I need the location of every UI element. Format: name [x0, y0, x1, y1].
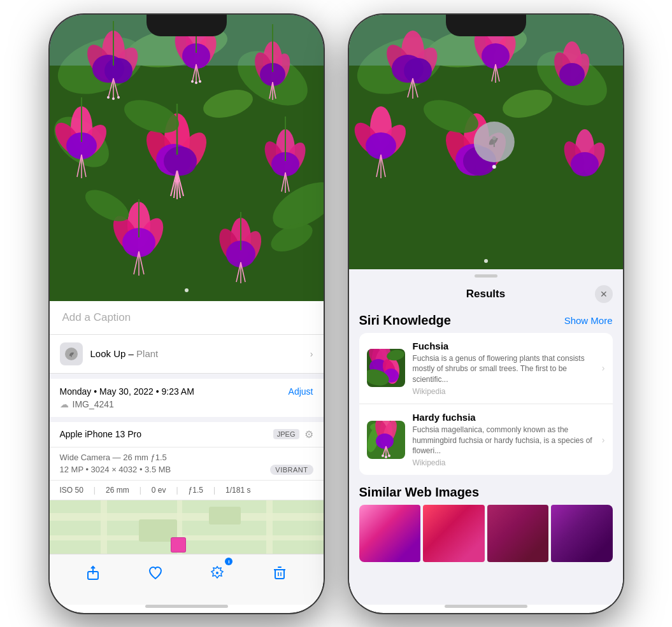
results-title: Results: [377, 288, 595, 300]
look-up-row[interactable]: Look Up – Plant ›: [50, 335, 324, 374]
siri-results-card: Fuchsia Fuchsia is a genus of flowering …: [359, 333, 613, 476]
svg-point-46: [164, 146, 197, 176]
hardy-desc: Fuchsia magellanica, commonly known as t…: [413, 425, 594, 456]
info-icon: [210, 565, 225, 581]
svg-rect-95: [171, 538, 185, 552]
share-button[interactable]: [79, 559, 107, 587]
fuchsia-info: Fuchsia Fuchsia is a genus of flowering …: [413, 341, 594, 396]
look-up-chevron: ›: [310, 349, 313, 359]
fuchsia-name: Fuchsia: [413, 341, 594, 351]
svg-rect-89: [101, 500, 107, 554]
fuchsia-result-item[interactable]: Fuchsia Fuchsia is a genus of flowering …: [359, 333, 613, 404]
hardy-chevron: ›: [602, 435, 605, 445]
heart-icon: [148, 565, 163, 581]
hardy-thumbnail: [367, 421, 405, 459]
right-phone-screen: Results ✕ Siri Knowledge Show More: [349, 15, 623, 613]
svg-point-11: [104, 58, 132, 83]
fuchsia-chevron: ›: [602, 363, 605, 373]
show-more-button[interactable]: Show More: [564, 315, 613, 326]
svg-rect-86: [50, 500, 324, 554]
page-indicator: [185, 288, 189, 292]
visual-search-button[interactable]: [473, 122, 514, 162]
svg-rect-93: [209, 507, 241, 525]
right-home-indicator: [445, 605, 527, 608]
svg-point-146: [492, 136, 496, 140]
home-indicator: [145, 605, 228, 608]
hardy-source: Wikipedia: [413, 458, 594, 467]
camera-spec2: 12 MP • 3024 × 4032 • 3.5 MB: [60, 465, 171, 474]
svg-point-98: [216, 572, 218, 574]
camera-specs-row: 12 MP • 3024 × 4032 • 3.5 MB VIBRANT: [60, 465, 313, 475]
right-photo-area[interactable]: [349, 15, 623, 269]
svg-rect-87: [50, 513, 324, 521]
delete-button[interactable]: [266, 559, 294, 587]
svg-point-127: [559, 63, 585, 86]
camera-spec1: Wide Camera — 26 mm ƒ1.5: [60, 453, 313, 462]
svg-point-169: [388, 454, 390, 457]
hardy-fuchsia-result-item[interactable]: Hardy fuchsia Fuchsia magellanica, commo…: [359, 404, 613, 475]
siri-knowledge-section: Siri Knowledge Show More: [349, 313, 623, 478]
share-icon: [85, 565, 101, 581]
shutter-value: 1/181 s: [225, 486, 250, 495]
svg-rect-99: [275, 570, 284, 579]
photo-area[interactable]: [50, 15, 324, 301]
bottom-toolbar: i: [50, 554, 324, 605]
device-row: Apple iPhone 13 Pro JPEG ⚙: [50, 422, 324, 447]
map-preview[interactable]: [50, 500, 324, 554]
siri-knowledge-title: Siri Knowledge: [359, 313, 451, 328]
similar-image-4[interactable]: [551, 505, 613, 562]
vibrant-badge: VIBRANT: [270, 465, 313, 475]
cloud-icon: ☁: [60, 399, 69, 409]
adjust-button[interactable]: Adjust: [289, 386, 313, 397]
svg-point-113: [404, 58, 432, 83]
svg-point-143: [571, 152, 599, 176]
aperture-value: ƒ1.5: [189, 486, 203, 495]
meta-date: Monday • May 30, 2022 • 9:23 AM: [60, 386, 194, 397]
camera-specs: Wide Camera — 26 mm ƒ1.5 12 MP • 3024 × …: [50, 447, 324, 481]
caption-placeholder[interactable]: Add a Caption: [62, 311, 131, 323]
meta-date-row: Monday • May 30, 2022 • 9:23 AM Adjust: [60, 386, 313, 397]
meta-section: Monday • May 30, 2022 • 9:23 AM Adjust ☁…: [50, 379, 324, 417]
info-badge-label: i: [228, 559, 229, 565]
similar-image-2[interactable]: [423, 505, 485, 562]
results-panel: Results ✕ Siri Knowledge Show More: [349, 269, 623, 605]
info-panel: Add a Caption Look Up – Plant ›: [50, 301, 324, 554]
fuchsia-thumbnail: [367, 349, 405, 387]
fuchsia-desc: Fuchsia is a genus of flowering plants t…: [413, 353, 594, 385]
svg-rect-88: [50, 535, 324, 540]
close-button[interactable]: ✕: [595, 285, 613, 303]
focal-value: 26 mm: [106, 486, 129, 495]
iso-value: ISO 50: [60, 486, 83, 495]
similar-image-1[interactable]: [359, 505, 421, 562]
results-content: Siri Knowledge Show More: [349, 308, 623, 605]
siri-section-header: Siri Knowledge Show More: [359, 313, 613, 328]
info-badge: i: [225, 558, 232, 565]
similar-image-3[interactable]: [487, 505, 549, 562]
svg-point-168: [385, 456, 387, 458]
ev-value: 0 ev: [152, 486, 166, 495]
left-phone-screen: Add a Caption Look Up – Plant ›: [50, 15, 324, 613]
svg-point-16: [112, 97, 115, 100]
iso-row: ISO 50 | 26 mm | 0 ev | ƒ1.5 | 1/181 s: [50, 481, 324, 500]
trash-icon: [272, 565, 287, 581]
filename-text: IMG_4241: [73, 399, 114, 409]
hardy-name: Hardy fuchsia: [413, 412, 594, 423]
info-button[interactable]: i: [203, 559, 231, 587]
similar-title: Similar Web Images: [359, 485, 613, 500]
plant-icon-svg: [64, 347, 78, 361]
camera-settings-icon: ⚙: [304, 428, 313, 440]
caption-area[interactable]: Add a Caption: [50, 301, 324, 335]
results-header: Results ✕: [349, 278, 623, 308]
flower-image: [50, 15, 324, 301]
svg-point-163: [376, 433, 394, 449]
dynamic-island: [147, 15, 227, 36]
map-svg: [50, 500, 324, 554]
device-badges: JPEG ⚙: [273, 428, 313, 440]
svg-point-17: [117, 96, 120, 99]
favorite-button[interactable]: [141, 559, 169, 587]
svg-rect-91: [266, 500, 273, 554]
left-phone: Add a Caption Look Up – Plant ›: [50, 15, 324, 613]
close-icon: ✕: [600, 289, 608, 299]
fuchsia-source: Wikipedia: [413, 387, 594, 396]
format-badge: JPEG: [273, 429, 299, 439]
